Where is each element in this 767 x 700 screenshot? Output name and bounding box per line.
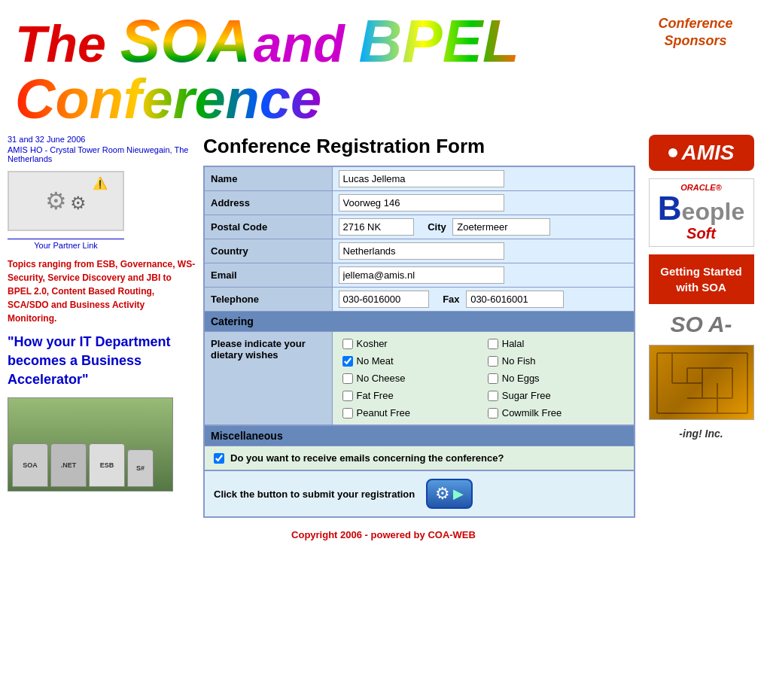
- dietary-item-fat-free: Fat Free: [339, 388, 482, 403]
- mailbox-s4: S#: [127, 449, 154, 487]
- logo-conference: Conference: [15, 68, 321, 130]
- halal-label: Halal: [502, 338, 525, 349]
- misc-email-row: Do you want to receive emails concerning…: [214, 452, 625, 464]
- logo-area: The SOA and BPEL Conference: [15, 8, 639, 131]
- maze-lines: [650, 345, 753, 419]
- catering-header: Catering: [211, 315, 254, 327]
- sugar-free-label: Sugar Free: [502, 390, 551, 401]
- copyright-text: Copyright 2006 - powered by COA-WEB: [291, 529, 476, 540]
- no-eggs-label: No Eggs: [502, 373, 540, 384]
- dietary-row: Please indicate your dietary wishes Kosh…: [204, 332, 635, 426]
- dietary-grid: Kosher Halal No Meat N: [339, 336, 629, 421]
- halal-checkbox[interactable]: [488, 339, 498, 349]
- no-fish-checkbox[interactable]: [488, 356, 498, 367]
- address-row: Address: [204, 191, 635, 215]
- soa-logo-text: SO A-: [649, 312, 754, 337]
- logo-the: The: [15, 15, 120, 72]
- sidebar-image: SOA .NET ESB S#: [8, 397, 173, 492]
- partner-link-box[interactable]: ⚠️ ⚙ ⚙: [8, 171, 124, 231]
- cowmilk-free-label: Cowmilk Free: [502, 407, 562, 418]
- no-meat-checkbox[interactable]: [342, 356, 353, 367]
- dietary-item-cowmilk-free: Cowmilk Free: [484, 405, 628, 421]
- invoke-arrow-icon: ▶: [453, 485, 464, 502]
- sponsor-soa-book[interactable]: Getting Started with SOA: [649, 254, 754, 304]
- peanut-free-checkbox[interactable]: [342, 408, 353, 418]
- dietary-item-no-meat: No Meat: [339, 353, 482, 369]
- mailbox-esb: ESB: [89, 443, 125, 487]
- soa-book-line1: Getting Started: [658, 263, 745, 279]
- amis-label: AMIS: [682, 141, 735, 165]
- cowmilk-free-checkbox[interactable]: [488, 408, 498, 418]
- no-eggs-checkbox[interactable]: [488, 373, 498, 384]
- peanut-free-label: Peanut Free: [357, 407, 411, 418]
- sponsor-maze[interactable]: [649, 345, 754, 420]
- bpeople-label: Beople: [653, 192, 750, 225]
- submit-section: Click the button to submit your registra…: [203, 471, 635, 518]
- sponsors-header: Conference Sponsors: [639, 8, 752, 50]
- postal-label: Postal Code: [204, 215, 332, 239]
- email-row: Email: [204, 263, 635, 288]
- logo-bpel: BPEL: [359, 8, 519, 75]
- address-input[interactable]: [339, 194, 504, 212]
- form-area: Conference Registration Form Name Addres…: [203, 135, 635, 518]
- no-meat-label: No Meat: [357, 355, 394, 367]
- logo-and: and: [254, 15, 359, 72]
- address-cell: [332, 191, 635, 215]
- email-cell: [332, 263, 635, 288]
- gear-icon-right: ⚙: [70, 193, 87, 213]
- email-input[interactable]: [339, 266, 504, 284]
- submit-label: Click the button to submit your registra…: [214, 488, 415, 500]
- ing-label: -ing! Inc.: [649, 428, 754, 440]
- sponsor-oracle-bpeople[interactable]: ORACLE® Beople Soft: [649, 178, 754, 247]
- country-input[interactable]: [339, 242, 504, 260]
- alert-icon: ⚠️: [93, 176, 108, 190]
- telephone-fax-cell: Fax: [332, 288, 635, 312]
- dietary-item-no-fish: No Fish: [484, 353, 628, 369]
- sidebar: 31 and 32 June 2006 AMIS HO - Crystal To…: [8, 135, 196, 518]
- country-label: Country: [204, 239, 332, 263]
- city-label: City: [428, 221, 446, 233]
- partner-link-label[interactable]: Your Partner Link: [8, 239, 124, 250]
- telephone-label: Telephone: [204, 288, 332, 312]
- postal-city-cell: City: [332, 215, 635, 239]
- name-row: Name: [204, 166, 635, 191]
- city-input[interactable]: [452, 218, 550, 236]
- dietary-item-peanut-free: Peanut Free: [339, 405, 482, 421]
- partner-icons: ⚠️ ⚙ ⚙: [45, 187, 87, 215]
- postal-input[interactable]: [339, 218, 414, 236]
- misc-content: Do you want to receive emails concerning…: [205, 446, 634, 470]
- form-title: Conference Registration Form: [203, 135, 635, 158]
- catering-header-row: Catering: [204, 312, 635, 332]
- telephone-input[interactable]: [339, 291, 429, 308]
- misc-section: Miscellaneous Do you want to receive ema…: [203, 426, 635, 471]
- sugar-free-checkbox[interactable]: [488, 391, 498, 401]
- misc-email-checkbox[interactable]: [214, 453, 224, 464]
- misc-header: Miscellaneous: [205, 426, 634, 446]
- fax-input[interactable]: [466, 291, 564, 308]
- dietary-label-cell: Please indicate your dietary wishes: [204, 332, 332, 426]
- conference-sponsors-label: Conference Sponsors: [639, 15, 752, 50]
- no-cheese-checkbox[interactable]: [342, 373, 353, 384]
- email-label: Email: [204, 263, 332, 288]
- mailbox-soa: SOA: [12, 443, 48, 487]
- dietary-item-sugar-free: Sugar Free: [484, 388, 628, 403]
- name-input[interactable]: [339, 170, 504, 187]
- right-sponsors: AMIS ORACLE® Beople Soft Getting Started…: [643, 135, 759, 518]
- dietary-item-kosher: Kosher: [339, 336, 482, 352]
- dietary-item-halal: Halal: [484, 336, 628, 352]
- submit-button[interactable]: ⚙ ▶: [426, 479, 473, 509]
- fat-free-checkbox[interactable]: [342, 391, 353, 401]
- page-footer: Copyright 2006 - powered by COA-WEB: [0, 522, 767, 548]
- soa-book-line2: with SOA: [658, 279, 745, 295]
- kosher-checkbox[interactable]: [342, 339, 353, 349]
- country-cell: [332, 239, 635, 263]
- sidebar-quote: "How your IT Department becomes a Busine…: [8, 333, 196, 390]
- sponsor-amis[interactable]: AMIS: [649, 135, 754, 171]
- dietary-item-no-eggs: No Eggs: [484, 370, 628, 386]
- telephone-fax-row: Telephone Fax: [204, 288, 635, 312]
- amis-circle: [668, 148, 677, 157]
- main-layout: 31 and 32 June 2006 AMIS HO - Crystal To…: [0, 131, 767, 522]
- fax-label: Fax: [443, 294, 459, 305]
- country-row: Country: [204, 239, 635, 263]
- invoke-gear-icon: ⚙: [435, 484, 450, 504]
